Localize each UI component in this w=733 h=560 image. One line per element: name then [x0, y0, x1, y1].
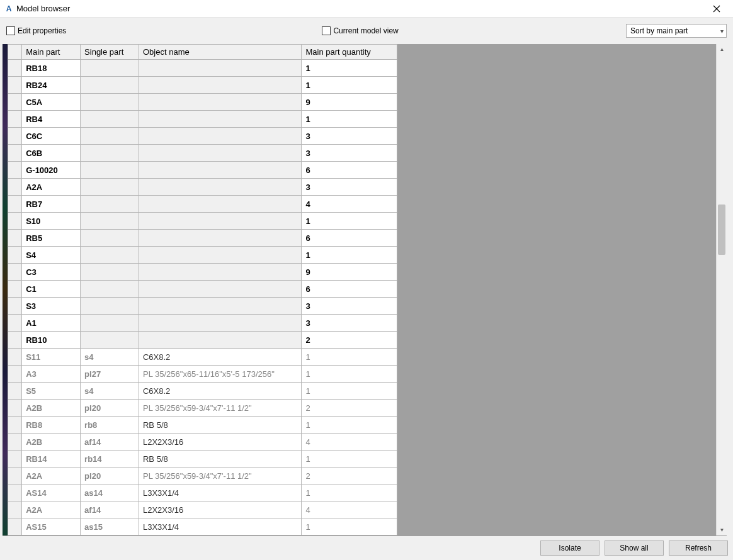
scroll-thumb[interactable]: [718, 204, 725, 255]
expander-cell[interactable]: [8, 128, 22, 145]
expander-cell[interactable]: [8, 417, 22, 434]
expander-cell[interactable]: [8, 434, 22, 451]
quantity-cell: 9: [302, 94, 397, 111]
expander-cell[interactable]: [8, 60, 22, 77]
table-row[interactable]: C39: [8, 264, 397, 281]
col-main-part[interactable]: Main part: [22, 45, 81, 60]
single-part-cell: [81, 128, 139, 145]
col-object-name[interactable]: Object name: [139, 45, 302, 60]
expander-cell[interactable]: [8, 298, 22, 315]
quantity-cell: 1: [302, 518, 397, 535]
table-row[interactable]: AS15as15L3X3X1/41: [8, 518, 397, 535]
single-part-cell: rb14: [81, 451, 139, 468]
quantity-cell: 1: [302, 484, 397, 501]
table-row[interactable]: S5s4C6X8.21: [8, 383, 397, 400]
expander-cell[interactable]: [8, 94, 22, 111]
main-part-cell: AS14: [22, 484, 81, 501]
table-row[interactable]: A2Aaf14L2X2X3/164: [8, 501, 397, 518]
table-row[interactable]: RB14rb14RB 5/81: [8, 451, 397, 468]
table-row[interactable]: RB56: [8, 230, 397, 247]
expander-cell[interactable]: [8, 468, 22, 484]
table-row[interactable]: S33: [8, 298, 397, 315]
expander-cell[interactable]: [8, 230, 22, 247]
table-row[interactable]: A3pl27PL 35/256"x65-11/16"x5'-5 173/256"…: [8, 366, 397, 383]
main-part-cell: RB14: [22, 451, 81, 468]
expander-cell[interactable]: [8, 77, 22, 94]
quantity-cell: 3: [302, 179, 397, 196]
scroll-down-icon[interactable]: ▼: [717, 525, 727, 535]
expander-cell[interactable]: [8, 400, 22, 417]
single-part-cell: [81, 179, 139, 196]
expander-cell[interactable]: [8, 501, 22, 518]
table-row[interactable]: A2Baf14L2X2X3/164: [8, 434, 397, 451]
expander-cell[interactable]: [8, 451, 22, 468]
table-row[interactable]: RB74: [8, 196, 397, 213]
table-row[interactable]: S41: [8, 247, 397, 264]
object-name-cell: L2X2X3/16: [139, 434, 302, 451]
parts-table: Main part Single part Object name Main p…: [8, 44, 397, 535]
main-part-cell: C3: [22, 264, 81, 281]
table-row[interactable]: C5A9: [8, 94, 397, 111]
expander-cell[interactable]: [8, 111, 22, 128]
quantity-cell: 1: [302, 247, 397, 264]
col-expander[interactable]: [8, 45, 22, 60]
table-row[interactable]: A13: [8, 315, 397, 332]
isolate-button[interactable]: Isolate: [540, 540, 599, 556]
refresh-button[interactable]: Refresh: [669, 540, 728, 556]
table-row[interactable]: RB181: [8, 60, 397, 77]
table-row[interactable]: C6C3: [8, 128, 397, 145]
table-row[interactable]: AS14as14L3X3X1/41: [8, 484, 397, 501]
quantity-cell: 3: [302, 145, 397, 162]
expander-cell[interactable]: [8, 281, 22, 298]
expander-cell[interactable]: [8, 179, 22, 196]
expander-cell[interactable]: [8, 332, 22, 349]
table-row[interactable]: G-100206: [8, 162, 397, 179]
checkbox-icon: [322, 26, 331, 35]
table-row[interactable]: A2Bpl20PL 35/256"x59-3/4"x7'-11 1/2"2: [8, 400, 397, 417]
expander-cell[interactable]: [8, 366, 22, 383]
table-row[interactable]: RB8rb8RB 5/81: [8, 417, 397, 434]
main-part-cell: S3: [22, 298, 81, 315]
current-model-view-checkbox[interactable]: Current model view: [322, 26, 398, 35]
content-area: Main part Single part Object name Main p…: [3, 44, 727, 536]
show-all-button[interactable]: Show all: [605, 540, 664, 556]
table-row[interactable]: A2A3: [8, 179, 397, 196]
expander-cell[interactable]: [8, 247, 22, 264]
object-name-cell: [139, 298, 302, 315]
quantity-cell: 1: [302, 417, 397, 434]
vertical-scrollbar[interactable]: ▲ ▼: [716, 44, 727, 535]
sort-dropdown-value: Sort by main part: [630, 26, 688, 35]
expander-cell[interactable]: [8, 264, 22, 281]
expander-cell[interactable]: [8, 315, 22, 332]
expander-cell[interactable]: [8, 484, 22, 501]
object-name-cell: RB 5/8: [139, 417, 302, 434]
single-part-cell: [81, 162, 139, 179]
edit-properties-checkbox[interactable]: Edit properties: [6, 26, 66, 35]
scroll-up-icon[interactable]: ▲: [717, 44, 727, 55]
expander-cell[interactable]: [8, 383, 22, 400]
expander-cell[interactable]: [8, 196, 22, 213]
table-row[interactable]: RB102: [8, 332, 397, 349]
expander-cell[interactable]: [8, 162, 22, 179]
table-row[interactable]: S11s4C6X8.21: [8, 349, 397, 366]
quantity-cell: 6: [302, 162, 397, 179]
expander-cell[interactable]: [8, 213, 22, 230]
table-row[interactable]: C16: [8, 281, 397, 298]
expander-cell[interactable]: [8, 518, 22, 535]
table-row[interactable]: RB241: [8, 77, 397, 94]
table-row[interactable]: RB41: [8, 111, 397, 128]
close-button[interactable]: [704, 0, 729, 18]
sort-dropdown[interactable]: Sort by main part ▾: [626, 24, 727, 38]
table-row[interactable]: S101: [8, 213, 397, 230]
data-grid[interactable]: Main part Single part Object name Main p…: [8, 44, 398, 535]
col-main-part-quantity[interactable]: Main part quantity: [302, 45, 397, 60]
expander-cell[interactable]: [8, 349, 22, 366]
col-single-part[interactable]: Single part: [81, 45, 139, 60]
table-row[interactable]: C6B3: [8, 145, 397, 162]
main-part-cell: RB4: [22, 111, 81, 128]
expander-cell[interactable]: [8, 145, 22, 162]
left-color-strip: [3, 44, 8, 535]
single-part-cell: [81, 94, 139, 111]
object-name-cell: [139, 247, 302, 264]
table-row[interactable]: A2Apl20PL 35/256"x59-3/4"x7'-11 1/2"2: [8, 468, 397, 484]
